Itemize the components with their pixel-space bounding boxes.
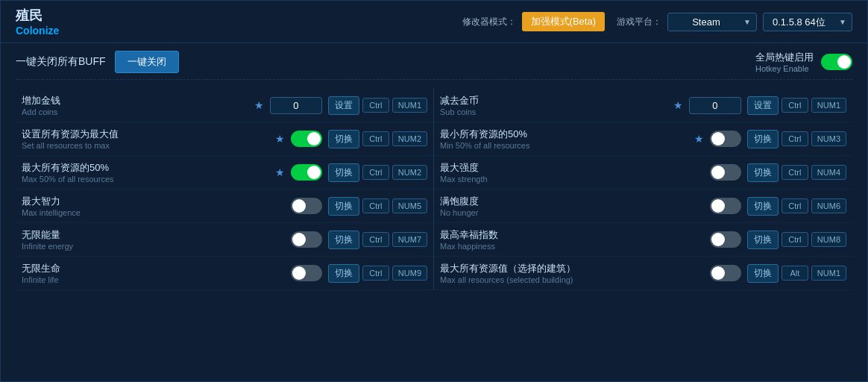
toggle-min-50[interactable]: [710, 131, 741, 147]
switch-button[interactable]: 切换: [747, 130, 779, 148]
key-num1: NUM1: [392, 98, 427, 113]
feature-en: Sub coins: [440, 107, 667, 116]
switch-button[interactable]: 切换: [328, 163, 359, 182]
hotkey-zh: 全局热键启用: [755, 51, 814, 64]
switch-button[interactable]: 切换: [328, 130, 359, 148]
header: 殖民 Colonize 修改器模式： 加强模式(Beta) 游戏平台： Stea…: [1, 1, 867, 43]
key-ctrl: Ctrl: [362, 232, 389, 247]
star-icon[interactable]: ★: [694, 133, 704, 145]
key-ctrl: Ctrl: [362, 98, 389, 113]
key-ctrl: Ctrl: [362, 165, 389, 180]
main-content: 一键关闭所有BUFF 一键关闭 全局热键启用 Hotkey Enable 增加金…: [1, 43, 867, 381]
features-grid: 增加金钱 Add coins ★ 设置 Ctrl NUM1 设置所有资源为最大值: [16, 89, 852, 290]
feature-sub-coins: 减去金币 Sub coins ★ 设置 Ctrl NUM1: [434, 89, 852, 122]
switch-button[interactable]: 切换: [747, 231, 779, 249]
hotkey-section: 全局热键启用 Hotkey Enable: [755, 51, 852, 73]
feature-zh: 最大强度: [440, 161, 704, 175]
feature-max-happiness: 最高幸福指数 Max happiness 切换 Ctrl NUM8: [434, 223, 852, 257]
close-all-section: 一键关闭所有BUFF 一键关闭: [16, 51, 179, 73]
switch-button[interactable]: 切换: [747, 264, 779, 283]
add-coins-input[interactable]: [270, 97, 322, 114]
feature-controls: 切换 Ctrl NUM4: [747, 163, 846, 182]
key-ctrl: Ctrl: [362, 198, 389, 213]
key-num5: NUM5: [392, 198, 427, 213]
platform-dropdown-wrapper: Steam: [667, 13, 757, 31]
mode-button[interactable]: 加强模式(Beta): [522, 12, 605, 31]
feature-name-inf-life: 无限生命 Infinite life: [22, 262, 285, 284]
feature-zh: 最大所有资源值（选择的建筑）: [440, 262, 704, 275]
toggle-max-str[interactable]: [710, 164, 741, 181]
feature-en: Infinite energy: [22, 242, 285, 251]
version-dropdown-wrapper: 0.1.5.8 64位: [763, 13, 852, 31]
feature-name-add-coins: 增加金钱 Add coins: [22, 94, 248, 116]
key-ctrl: Ctrl: [781, 198, 808, 213]
feature-max-50: 最大所有资源的50% Max 50% of all resources ★ 切换…: [16, 156, 433, 190]
feature-zh: 减去金币: [440, 94, 667, 107]
toggle-max-int[interactable]: [291, 198, 322, 214]
version-select[interactable]: 0.1.5.8 64位: [763, 13, 852, 31]
feature-infinite-life: 无限生命 Infinite life 切换 Ctrl NUM9: [16, 257, 433, 290]
feature-name-max-happiness: 最高幸福指数 Max happiness: [440, 228, 704, 251]
close-all-button[interactable]: 一键关闭: [115, 51, 179, 73]
feature-controls: 切换 Ctrl NUM9: [328, 264, 427, 283]
feature-controls: 切换 Ctrl NUM7: [328, 231, 427, 249]
feature-controls: 切换 Ctrl NUM6: [747, 197, 846, 216]
switch-button[interactable]: 切换: [747, 163, 779, 182]
feature-set-all-max: 设置所有资源为最大值 Set all resources to max ★ 切换…: [16, 122, 433, 156]
platform-select[interactable]: Steam: [667, 13, 757, 31]
feature-en: Min 50% of all resources: [440, 141, 688, 150]
feature-controls: 设置 Ctrl NUM1: [747, 96, 846, 115]
feature-controls: 切换 Ctrl NUM2: [328, 163, 427, 182]
sub-coins-input[interactable]: [689, 97, 741, 114]
toggle-no-hunger[interactable]: [710, 198, 741, 214]
hotkey-toggle[interactable]: [821, 54, 852, 70]
feature-en: Max intelligence: [22, 208, 285, 217]
mode-label: 修改器模式：: [462, 16, 516, 28]
close-all-label: 一键关闭所有BUFF: [16, 55, 106, 69]
feature-en: Max 50% of all resources: [22, 175, 269, 184]
feature-controls: 切换 Ctrl NUM2: [328, 130, 427, 148]
feature-en: Max happiness: [440, 242, 704, 251]
key-num1: NUM1: [811, 98, 846, 113]
star-icon[interactable]: ★: [254, 99, 264, 111]
toggle-max-happiness[interactable]: [710, 231, 741, 248]
feature-name-no-hunger: 满饱腹度 No hunger: [440, 195, 704, 217]
feature-name-set-all-max: 设置所有资源为最大值 Set all resources to max: [22, 128, 269, 150]
feature-en: Set all resources to max: [22, 141, 269, 150]
key-ctrl: Ctrl: [781, 165, 808, 180]
star-icon[interactable]: ★: [275, 133, 285, 145]
toggle-set-all-max[interactable]: [291, 131, 322, 147]
toggle-inf-life[interactable]: [291, 265, 322, 281]
set-button[interactable]: 设置: [747, 96, 779, 115]
set-button[interactable]: 设置: [328, 96, 359, 115]
switch-button[interactable]: 切换: [328, 231, 359, 249]
feature-en: Max all resources (selected building): [440, 275, 704, 284]
feature-en: Add coins: [22, 107, 248, 116]
app-title-zh: 殖民: [16, 7, 59, 25]
feature-zh: 最高幸福指数: [440, 228, 704, 242]
feature-zh: 无限能量: [22, 228, 285, 242]
toggle-max-building[interactable]: [710, 265, 741, 281]
star-icon[interactable]: ★: [275, 166, 285, 178]
hotkey-en: Hotkey Enable: [755, 64, 814, 73]
star-icon[interactable]: ★: [673, 99, 683, 111]
feature-max-selected-building: 最大所有资源值（选择的建筑） Max all resources (select…: [434, 257, 852, 290]
toggle-max-50[interactable]: [291, 164, 322, 181]
feature-zh: 满饱腹度: [440, 195, 704, 208]
switch-button[interactable]: 切换: [328, 264, 359, 283]
switch-button[interactable]: 切换: [747, 197, 779, 216]
feature-zh: 无限生命: [22, 262, 285, 275]
platform-section: 游戏平台： Steam 0.1.5.8 64位: [617, 13, 852, 31]
feature-zh: 最大智力: [22, 195, 285, 208]
feature-controls: 切换 Alt NUM1: [747, 264, 846, 283]
key-alt: Alt: [781, 266, 808, 281]
feature-max-intelligence: 最大智力 Max intelligence 切换 Ctrl NUM5: [16, 190, 433, 223]
key-num3: NUM3: [811, 131, 846, 146]
toggle-inf-energy[interactable]: [291, 231, 322, 248]
feature-name-inf-energy: 无限能量 Infinite energy: [22, 228, 285, 251]
feature-no-hunger: 满饱腹度 No hunger 切换 Ctrl NUM6: [434, 190, 852, 223]
switch-button[interactable]: 切换: [328, 197, 359, 216]
feature-name-max-int: 最大智力 Max intelligence: [22, 195, 285, 217]
header-right: 修改器模式： 加强模式(Beta) 游戏平台： Steam 0.1.5.8 64…: [462, 12, 852, 31]
feature-controls: 切换 Ctrl NUM8: [747, 231, 846, 249]
